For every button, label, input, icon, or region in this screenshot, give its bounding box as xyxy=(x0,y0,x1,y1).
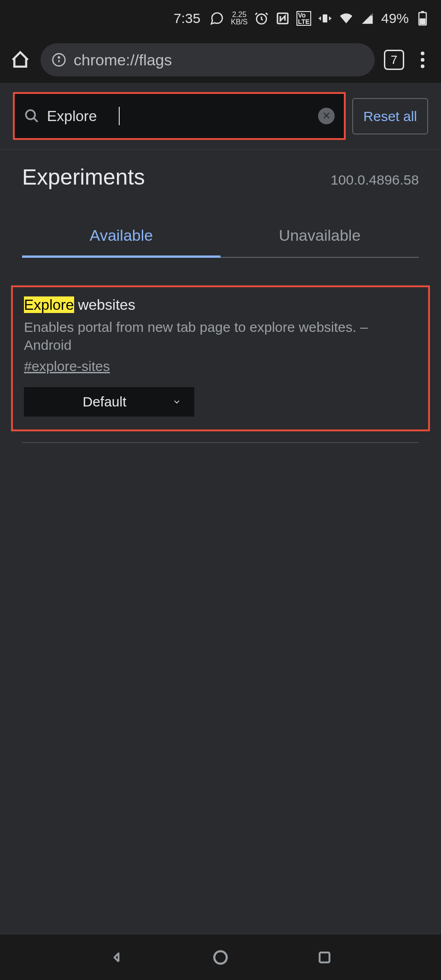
svg-point-9 xyxy=(58,57,60,58)
search-flags-input[interactable] xyxy=(47,108,311,125)
vibrate-icon xyxy=(318,11,332,26)
clear-search-button[interactable]: ✕ xyxy=(318,108,335,124)
tab-available[interactable]: Available xyxy=(22,226,220,258)
flag-explore-websites: Explore websites Enables portal from new… xyxy=(11,285,430,431)
svg-point-12 xyxy=(215,951,227,963)
battery-icon xyxy=(415,11,430,26)
reset-all-button[interactable]: Reset all xyxy=(352,98,428,134)
flag-title: Explore websites xyxy=(24,296,417,313)
experiments-header: Experiments 100.0.4896.58 xyxy=(0,150,441,199)
flag-hashtag[interactable]: #explore-sites xyxy=(24,359,417,374)
browser-toolbar: chrome://flags 7 xyxy=(0,37,441,83)
flag-description: Enables portal from new tab page to expl… xyxy=(24,318,417,354)
page-content: ✕ Reset all Experiments 100.0.4896.58 Av… xyxy=(0,83,441,934)
dropdown-selected-value: Default xyxy=(37,394,172,410)
volte-icon: VoLTE xyxy=(296,11,311,26)
nfc-icon xyxy=(275,11,290,26)
android-nav-bar xyxy=(0,934,441,980)
divider xyxy=(22,442,419,443)
flag-state-dropdown[interactable]: Default xyxy=(24,387,194,417)
info-icon xyxy=(52,52,66,67)
svg-rect-6 xyxy=(420,18,426,24)
wifi-icon xyxy=(339,11,354,26)
tab-unavailable[interactable]: Unavailable xyxy=(220,226,419,258)
search-row: ✕ Reset all xyxy=(0,83,441,150)
url-bar[interactable]: chrome://flags xyxy=(41,43,375,76)
signal-icon: x xyxy=(360,11,375,26)
data-speed-indicator: 2.25 KB/S xyxy=(231,11,247,26)
svg-text:x: x xyxy=(371,12,373,17)
svg-rect-5 xyxy=(421,11,424,12)
battery-percentage: 49% xyxy=(381,11,409,26)
svg-line-11 xyxy=(34,118,38,122)
back-button[interactable] xyxy=(106,947,127,968)
svg-point-10 xyxy=(26,110,35,119)
svg-rect-2 xyxy=(323,14,327,23)
chevron-down-icon xyxy=(172,397,181,406)
home-nav-button[interactable] xyxy=(210,947,231,968)
search-flags-input-container: ✕ xyxy=(13,92,346,140)
search-icon xyxy=(24,108,40,124)
search-highlight: Explore xyxy=(24,296,74,313)
page-title: Experiments xyxy=(22,164,145,190)
home-button[interactable] xyxy=(9,49,31,71)
recents-button[interactable] xyxy=(314,947,335,968)
chrome-version: 100.0.4896.58 xyxy=(331,172,419,188)
status-bar: 7:35 2.25 KB/S VoLTE x 49% xyxy=(0,0,441,37)
status-time: 7:35 xyxy=(174,11,200,26)
url-text: chrome://flags xyxy=(74,51,172,69)
tab-switcher[interactable]: 7 xyxy=(384,50,404,70)
alarm-icon xyxy=(254,11,269,26)
more-menu-button[interactable] xyxy=(413,52,432,68)
tabs: Available Unavailable xyxy=(0,199,441,258)
whatsapp-icon xyxy=(209,11,224,26)
svg-rect-13 xyxy=(319,952,329,962)
